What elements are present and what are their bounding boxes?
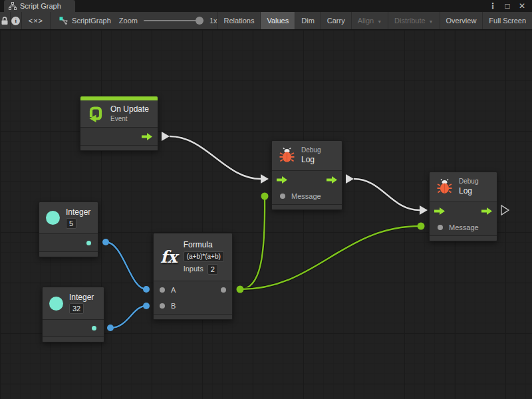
inputs-count-field[interactable]: 2 [207,264,218,275]
node-on-update-event[interactable]: On Update Event [80,96,158,151]
node-debug-log-1[interactable]: Debug Log Message [271,140,342,210]
wire-value-int32-to-formula-b[interactable] [110,306,146,328]
close-icon[interactable]: ✕ [516,0,528,12]
node-integer-5[interactable]: Integer 5 [39,201,98,257]
info-icon: i [11,17,20,25]
fullscreen-label: Full Screen [489,17,526,25]
fullscreen-button[interactable]: Full Screen [482,12,532,29]
value-input-port-a[interactable] [160,287,165,293]
lock-button[interactable] [0,12,11,29]
wire-value-formula-to-log2[interactable] [240,226,420,289]
node-formula[interactable]: fx Formula (a+b)*(a+b) Inputs 2 A [153,233,233,320]
values-button[interactable]: Values [260,12,295,29]
wire-start-arrow [162,132,170,141]
node-title: Log [301,155,321,165]
message-input-port[interactable] [438,225,443,230]
distribute-button[interactable]: Distribute ▼ [388,12,439,29]
node-title: Formula [184,240,224,250]
maximize-icon[interactable]: □ [501,0,513,12]
graph-canvas[interactable]: On Update Event Integer 5 [0,30,532,399]
value-input-port-b[interactable] [160,303,165,309]
relations-label: Relations [224,17,255,25]
node-footer [272,204,342,209]
graph-name: ScriptGraph [51,12,119,29]
values-label: Values [267,17,289,25]
wire-endpoint [418,223,425,230]
wire-value-formula-to-log1[interactable] [240,198,265,289]
tab-script-graph[interactable]: Script Graph [4,0,75,12]
zoom-label: Zoom [119,17,138,25]
debug-bug-icon [279,148,295,164]
tab-label: Script Graph [20,2,61,10]
wire-exec-log1-to-log2[interactable] [354,179,420,210]
graph-toolbar: i <×> ScriptGraph Zoom 1x Relations [0,12,532,30]
distribute-label: Distribute [394,17,425,25]
wire-end-arrow [261,174,269,184]
node-footer [39,251,98,257]
wire-end-arrow [420,205,428,215]
value-output-port[interactable] [221,287,226,293]
exec-input-port[interactable] [276,176,288,184]
node-integer-32[interactable]: Integer 32 [42,287,104,342]
port-label-b: B [171,302,176,310]
align-button[interactable]: Align ▼ [351,12,388,29]
info-button[interactable]: i [11,12,22,29]
wire-startpoint [237,286,244,293]
formula-expression-field[interactable]: (a+b)*(a+b) [184,251,224,262]
exec-output-stub[interactable] [501,205,509,215]
window-menu-icon[interactable]: ⋮ [487,0,499,12]
debug-bug-icon [436,179,453,195]
node-title: Log [459,186,478,196]
inputs-label: Inputs [184,265,203,274]
zoom-value: 1x [209,17,217,25]
node-title: Integer [66,207,90,217]
wire-exec-onupdate-to-log1[interactable] [170,136,261,179]
integer-value-field[interactable]: 5 [66,218,76,229]
dim-button[interactable]: Dim [295,12,321,29]
carry-label: Carry [327,17,345,25]
zoom-slider-track[interactable] [144,20,203,21]
node-surtitle: Debug [459,178,478,186]
chevron-down-icon: ▼ [377,19,382,24]
node-footer [154,314,232,319]
overview-label: Overview [446,17,477,25]
chevron-down-icon: ▼ [429,19,434,24]
node-footer [43,336,104,342]
message-input-port[interactable] [280,194,285,199]
exec-output-port[interactable] [326,176,338,184]
zoom-slider-handle[interactable] [196,17,203,25]
dim-label: Dim [301,17,315,25]
wire-value-int5-to-formula-a[interactable] [106,242,146,289]
node-title: Integer [69,293,94,303]
message-label: Message [449,223,479,231]
title-bar: Script Graph ⋮ □ ✕ [0,0,532,12]
node-debug-log-2[interactable]: Debug Log Message [429,172,497,241]
relations-button[interactable]: Relations [217,12,261,29]
integer-type-icon [49,297,63,311]
formula-fx-icon: fx [160,247,178,267]
node-subtitle: Event [110,115,149,124]
node-footer [80,145,158,150]
script-graph-icon [59,17,68,25]
exec-input-port[interactable] [434,207,446,215]
wire-startpoint [102,239,109,245]
exec-output-port[interactable] [481,207,493,215]
node-surtitle: Debug [301,146,321,155]
node-footer [430,235,497,241]
lock-icon [1,16,9,25]
node-title: On Update [110,104,149,114]
integer-output-port[interactable] [86,241,91,245]
integer-output-port[interactable] [92,326,96,331]
script-graph-window: Script Graph ⋮ □ ✕ i <×> [0,0,532,399]
overview-button[interactable]: Overview [440,12,483,29]
graph-hierarchy-icon [9,2,17,10]
wire-start-arrow [346,174,354,184]
graph-name-label: ScriptGraph [72,17,111,25]
code-view-button[interactable]: <×> [22,12,51,29]
align-label: Align [358,17,374,25]
exec-output-port[interactable] [141,132,153,141]
wire-endpoint [143,303,150,309]
integer-value-field[interactable]: 32 [69,303,84,314]
carry-button[interactable]: Carry [321,12,351,29]
integer-type-icon [46,211,60,225]
